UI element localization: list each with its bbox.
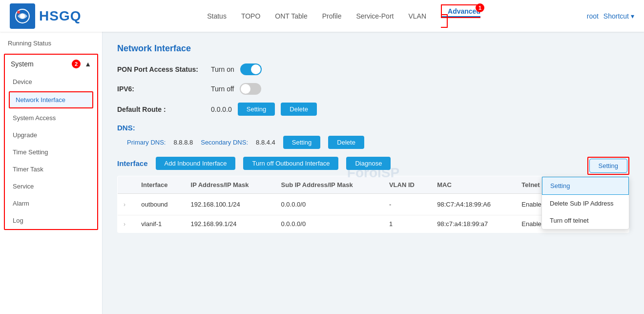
main-content: ForoISP Network Interface PON Port Acces… <box>103 32 644 314</box>
default-route-delete-button[interactable]: Delete <box>281 103 317 116</box>
nav-advanced-wrapper: Advanced 1 <box>441 7 480 25</box>
cell-vlan-2: 1 <box>383 215 431 233</box>
app-name: HSGQ <box>39 8 81 24</box>
main-layout: Running Status System 2 ▲ Device Network… <box>0 32 644 314</box>
col-sub-ip: Sub IP Address/IP Mask <box>275 176 383 194</box>
default-route-value: 0.0.0.0 <box>211 105 232 113</box>
interface-setting-button-box: Setting <box>587 157 629 175</box>
cell-sub-ip-2: 0.0.0.0/0 <box>275 215 383 233</box>
sidebar-running-status[interactable]: Running Status <box>0 32 102 52</box>
col-mac: MAC <box>431 176 516 194</box>
interface-section: Interface Add Inbound Interface Turn off… <box>117 157 629 233</box>
add-inbound-button[interactable]: Add Inbound Interface <box>156 157 236 170</box>
shortcut-label: Shortcut <box>603 12 629 20</box>
cell-interface-1: outbound <box>135 194 185 215</box>
dns-section: DNS: Primary DNS: 8.8.8.8 Secondary DNS:… <box>117 124 629 149</box>
nav-advanced-badge: 1 <box>476 3 484 12</box>
svg-point-1 <box>20 14 25 19</box>
col-interface: Interface <box>135 176 185 194</box>
row-expand-icon-2: › <box>124 221 125 228</box>
sidebar-system-label: System <box>11 60 34 68</box>
interface-title: Interface <box>117 159 148 167</box>
cell-ip-2: 192.168.99.1/24 <box>185 215 275 233</box>
secondary-dns-label: Secondary DNS: <box>201 139 248 146</box>
default-route-label: Default Route : <box>117 105 205 113</box>
dns-row: Primary DNS: 8.8.8.8 Secondary DNS: 8.8.… <box>127 136 629 149</box>
sidebar-item-network-interface[interactable]: Network Interface <box>9 91 93 108</box>
dropdown-item-setting[interactable]: Setting <box>542 177 629 195</box>
ipv6-label: IPV6: <box>117 85 205 93</box>
ipv6-value: Turn off <box>211 85 234 93</box>
nav-advanced[interactable]: Advanced <box>441 4 480 28</box>
cell-interface-2: vlanif-1 <box>135 215 185 233</box>
turn-off-outbound-button[interactable]: Turn off Outbound Interface <box>243 157 338 170</box>
sidebar-item-device[interactable]: Device <box>5 73 97 90</box>
nav-status[interactable]: Status <box>207 10 227 22</box>
logo-icon <box>10 3 35 29</box>
cell-vlan-1: - <box>383 194 431 215</box>
header: HSGQ Status TOPO ONT Table Profile Servi… <box>0 0 644 32</box>
cell-mac-1: 98:C7:A4:18:99:A6 <box>431 194 516 215</box>
sidebar-item-time-setting[interactable]: Time Setting <box>5 144 97 161</box>
nav-topo[interactable]: TOPO <box>241 10 260 22</box>
svg-point-2 <box>17 11 20 14</box>
dns-setting-button[interactable]: Setting <box>283 136 320 149</box>
nav-ont-table[interactable]: ONT Table <box>275 10 307 22</box>
ipv6-row: IPV6: Turn off <box>117 83 629 95</box>
chevron-up-icon: ▲ <box>84 60 91 68</box>
logo-area: HSGQ <box>10 3 81 29</box>
sidebar-system-badge: 2 <box>72 60 81 68</box>
sidebar-system-header[interactable]: System 2 ▲ <box>5 55 97 73</box>
sidebar-item-service[interactable]: Service <box>5 178 97 195</box>
pon-port-row: PON Port Access Status: Turn on <box>117 63 629 75</box>
nav-vlan[interactable]: VLAN <box>408 10 426 22</box>
dropdown-item-turn-off-telnet[interactable]: Turn off telnet <box>542 212 629 229</box>
col-expand <box>118 176 136 194</box>
sidebar-item-system-access[interactable]: System Access <box>5 109 97 126</box>
cell-ip-1: 192.168.100.1/24 <box>185 194 275 215</box>
diagnose-button[interactable]: Diagnose <box>346 157 391 170</box>
sidebar-system-section: System 2 ▲ Device Network Interface Syst… <box>4 54 98 230</box>
nav-service-port[interactable]: Service-Port <box>356 10 394 22</box>
default-route-setting-button[interactable]: Setting <box>238 103 275 116</box>
ipv6-toggle[interactable] <box>240 83 261 95</box>
pon-port-label: PON Port Access Status: <box>117 65 205 73</box>
cell-chevron-2[interactable]: › <box>118 215 136 233</box>
pon-port-value: Turn on <box>211 65 234 73</box>
sidebar-item-log[interactable]: Log <box>5 212 97 229</box>
cell-sub-ip-1: 0.0.0.0/0 <box>275 194 383 215</box>
header-right: root Shortcut ▾ <box>587 12 634 20</box>
col-vlan: VLAN ID <box>383 176 431 194</box>
interface-dropdown-menu: Setting Delete Sub IP Address Turn off t… <box>541 176 629 230</box>
interface-setting-button[interactable]: Setting <box>589 159 627 173</box>
interface-dropdown-area: Setting Setting Delete Sub IP Address Tu… <box>587 157 629 175</box>
header-shortcut[interactable]: Shortcut ▾ <box>603 12 634 20</box>
nav-bar: Status TOPO ONT Table Profile Service-Po… <box>101 7 586 25</box>
cell-chevron-1[interactable]: › <box>118 194 136 215</box>
col-ip: IP Address/IP Mask <box>185 176 275 194</box>
dns-delete-button[interactable]: Delete <box>328 136 364 149</box>
dropdown-item-delete-sub-ip[interactable]: Delete Sub IP Address <box>542 195 629 212</box>
sidebar-item-upgrade[interactable]: Upgrade <box>5 126 97 144</box>
row-expand-icon-1: › <box>124 201 125 208</box>
dns-label: DNS: <box>117 124 629 132</box>
interface-header: Interface Add Inbound Interface Turn off… <box>117 157 629 170</box>
default-route-row: Default Route : 0.0.0.0 Setting Delete <box>117 103 629 116</box>
secondary-dns-value: 8.8.4.4 <box>256 139 275 146</box>
pon-port-toggle[interactable] <box>240 63 262 75</box>
nav-profile[interactable]: Profile <box>322 10 342 22</box>
cell-mac-2: 98:c7:a4:18:99:a7 <box>431 215 516 233</box>
primary-dns-value: 8.8.8.8 <box>173 139 193 146</box>
primary-dns-label: Primary DNS: <box>127 139 166 146</box>
header-user: root <box>587 12 599 20</box>
chevron-down-icon: ▾ <box>631 12 634 20</box>
sidebar: Running Status System 2 ▲ Device Network… <box>0 32 103 314</box>
sidebar-item-timer-task[interactable]: Timer Task <box>5 161 97 178</box>
page-title: Network Interface <box>117 43 629 54</box>
sidebar-item-alarm[interactable]: Alarm <box>5 195 97 212</box>
